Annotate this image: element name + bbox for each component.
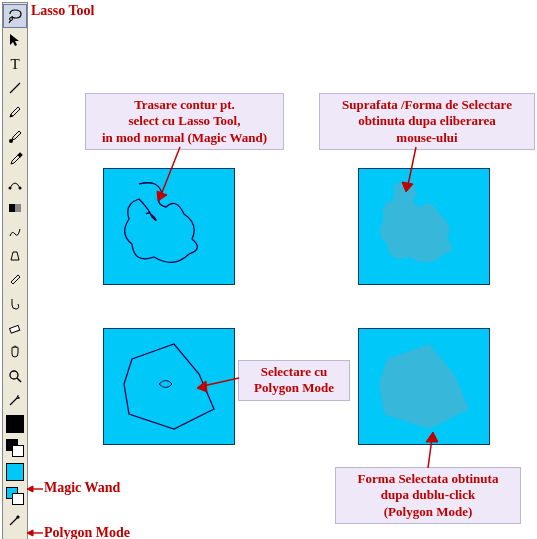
- label-lasso-tool: Lasso Tool: [31, 3, 94, 19]
- callout-line: Trasare contur pt.: [92, 97, 277, 113]
- pencil-icon: [7, 104, 23, 120]
- dropper2-tool[interactable]: [3, 268, 27, 292]
- gradient-tool[interactable]: [3, 196, 27, 220]
- fill-swatch[interactable]: [3, 460, 27, 484]
- wand-extra-tool[interactable]: [3, 388, 27, 412]
- eyedropper-icon: [7, 152, 23, 168]
- arrow-magic-wand: [27, 481, 45, 497]
- label-magic-wand: Magic Wand: [44, 480, 120, 496]
- svg-marker-16: [157, 191, 167, 201]
- svg-rect-8: [10, 325, 20, 333]
- hand-tool[interactable]: [3, 340, 27, 364]
- eyedropper-tool[interactable]: [3, 148, 27, 172]
- brush-icon: [7, 128, 23, 144]
- lasso-icon: [7, 8, 23, 24]
- callout-line: dupa dublu-click: [342, 487, 514, 503]
- svg-line-17: [408, 147, 416, 185]
- freehand-icon: [7, 224, 23, 240]
- fill-swatches-pair[interactable]: [3, 484, 27, 508]
- svg-line-1: [10, 83, 20, 93]
- smudge-icon: [7, 296, 23, 312]
- arrow-polygon-mode: [27, 525, 45, 539]
- arrow-mid: [195, 370, 243, 400]
- svg-marker-14: [27, 530, 33, 536]
- arrow-bottom-right: [418, 432, 448, 472]
- zoom-tool[interactable]: [3, 364, 27, 388]
- callout-line: Polygon Mode: [245, 380, 343, 396]
- svg-rect-3: [17, 152, 23, 158]
- zoom-icon: [7, 368, 23, 384]
- eraser-tool[interactable]: [3, 316, 27, 340]
- svg-point-2: [9, 139, 13, 143]
- svg-line-10: [17, 378, 21, 382]
- line-tool[interactable]: [3, 76, 27, 100]
- callout-top-right: Suprafata /Forma de Selectare obtinuta d…: [319, 93, 535, 150]
- svg-marker-18: [402, 182, 413, 192]
- foreground-swatch[interactable]: [3, 412, 27, 436]
- callout-line: select cu Lasso Tool,: [92, 113, 277, 129]
- poly-brush-tool[interactable]: [3, 532, 27, 539]
- arrow-top-left: [155, 145, 195, 205]
- brush-tool[interactable]: [3, 124, 27, 148]
- magic-wand-icon: [7, 512, 23, 528]
- thumb-polygon-result: [358, 328, 490, 445]
- svg-point-4: [9, 187, 12, 190]
- arrow-icon: [7, 32, 23, 48]
- wand-extra-icon: [7, 392, 23, 408]
- svg-line-15: [161, 147, 180, 195]
- default-swatches[interactable]: [3, 436, 27, 460]
- gradient-icon: [7, 200, 23, 216]
- text-tool[interactable]: T: [3, 52, 27, 76]
- svg-rect-7: [9, 204, 15, 212]
- svg-marker-12: [27, 486, 33, 492]
- callout-line: obtinuta dupa eliberarea: [326, 113, 528, 129]
- label-polygon-mode: Polygon Mode: [44, 525, 130, 539]
- pencil-tool[interactable]: [3, 100, 27, 124]
- callout-mid: Selectare cu Polygon Mode: [238, 360, 350, 401]
- line-icon: [7, 80, 23, 96]
- eraser-icon: [7, 320, 23, 336]
- tool-palette: T: [2, 2, 28, 539]
- svg-line-19: [203, 378, 239, 386]
- svg-point-9: [10, 371, 18, 379]
- callout-top-left: Trasare contur pt. select cu Lasso Tool,…: [85, 93, 284, 150]
- pointer-tool[interactable]: [3, 28, 27, 52]
- bezier-tool[interactable]: [3, 172, 27, 196]
- callout-line: mouse-ului: [326, 130, 528, 146]
- lasso-tool[interactable]: [3, 4, 27, 28]
- smudge-tool[interactable]: [3, 292, 27, 316]
- svg-marker-22: [426, 432, 438, 442]
- callout-line: Selectare cu: [245, 364, 343, 380]
- eyedropper2-icon: [7, 272, 23, 288]
- bezier-icon: [7, 176, 23, 192]
- perspective-icon: [7, 248, 23, 264]
- freehand-tool[interactable]: [3, 220, 27, 244]
- arrow-top-right: [398, 145, 438, 195]
- callout-bottom-right: Forma Selectata obtinuta dupa dublu-clic…: [335, 467, 521, 524]
- svg-point-5: [19, 187, 22, 190]
- perspective-tool[interactable]: [3, 244, 27, 268]
- callout-line: Forma Selectata obtinuta: [342, 471, 514, 487]
- callout-line: Suprafata /Forma de Selectare: [326, 97, 528, 113]
- svg-marker-20: [197, 381, 207, 392]
- magic-wand-tool[interactable]: [3, 508, 27, 532]
- hand-icon: [7, 344, 23, 360]
- callout-line: in mod normal (Magic Wand): [92, 130, 277, 146]
- callout-line: (Polygon Mode): [342, 504, 514, 520]
